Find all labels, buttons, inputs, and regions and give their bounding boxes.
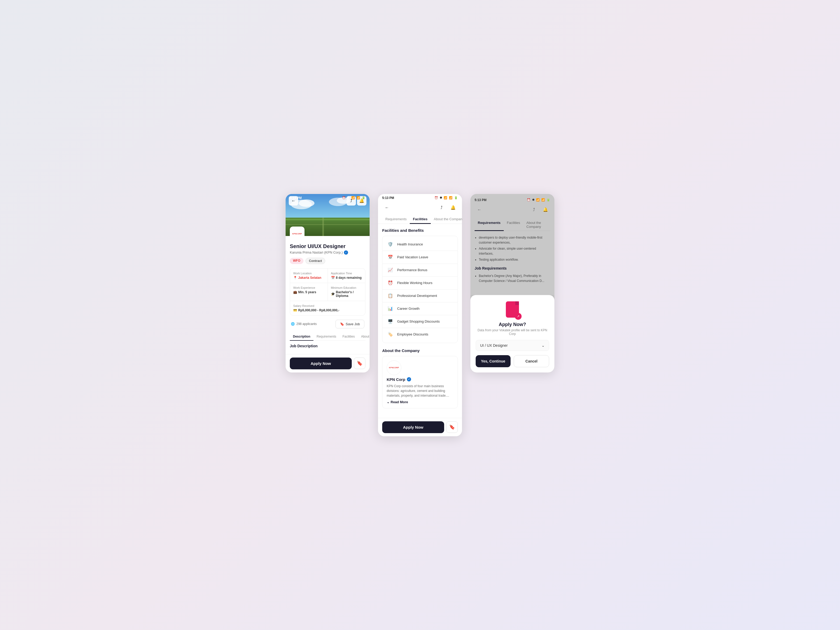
screen1-bookmark-button[interactable]: 🔖 xyxy=(354,357,365,369)
req-item-3: Testing application workflow. xyxy=(479,257,550,262)
screen2-notification-button[interactable]: 🔔 xyxy=(448,203,458,212)
svg-rect-7 xyxy=(322,218,324,236)
bluetooth-icon2: ✱ xyxy=(440,196,442,199)
bonus-icon: 📈 xyxy=(387,267,394,274)
tab-facilities[interactable]: Facilities xyxy=(339,333,358,341)
calendar-icon: 📅 xyxy=(331,276,335,279)
description-tabs: Description Requirements Facilities Abou… xyxy=(290,333,365,341)
screen3-notification-button[interactable]: 🔔 xyxy=(541,205,550,215)
screen2-tabs: Requirements Facilities About the Compan… xyxy=(378,215,462,224)
wifi-icon3: 📶 xyxy=(536,198,540,202)
bluetooth-icon: ✱ xyxy=(347,196,350,199)
employee-discount-label: Employee Discounts xyxy=(397,332,428,336)
screen2-bookmark-button[interactable]: 🔖 xyxy=(446,421,458,433)
modal-actions: Yes, Continue Cancel xyxy=(476,355,549,367)
screen3-back-button[interactable]: ← xyxy=(475,205,484,215)
signal-icon2: 📶 xyxy=(449,196,453,199)
chevron-down-dropdown-icon: ⌄ xyxy=(542,343,545,347)
job-req-title: Job Requirements xyxy=(475,265,550,271)
modal-document-icon: ↗ xyxy=(476,302,549,319)
continue-button[interactable]: Yes, Continue xyxy=(476,355,510,367)
screens-container: 5:13 PM ⏰ ✱ 📶 📶 🔋 xyxy=(286,194,554,436)
work-experience-cell: Work Experience 💼 Min. 5 years xyxy=(290,283,328,301)
modal-subtitle: Data from your Vokatek profile will be s… xyxy=(476,328,549,336)
tags-row: WFO Contract xyxy=(290,258,365,264)
company-verified-icon: ✓ xyxy=(407,377,411,381)
screen2-time: 5:13 PM xyxy=(382,196,394,200)
wifi-icon: 📶 xyxy=(351,196,355,199)
benefit-paid-vacation: 📅 Paid Vacation Leave xyxy=(382,251,458,264)
modal-title: Apply Now? xyxy=(476,322,549,327)
tab-requirements[interactable]: Requirements xyxy=(313,333,339,341)
dev-label: Professional Development xyxy=(397,294,437,298)
position-dropdown[interactable]: UI / UX Designer ⌄ xyxy=(476,340,549,351)
benefit-health-insurance: 🛡️ Health Insurance xyxy=(382,238,458,251)
benefits-card: 🛡️ Health Insurance 📅 Paid Vacation Leav… xyxy=(382,236,458,343)
verified-icon: ✓ xyxy=(344,250,348,255)
req-item-2: Advocate for clean, simple user-centered… xyxy=(479,246,550,256)
screen3-upper: 5:13 PM ⏰ ✱ 📶 📶 🔋 ← ⤴ 🔔 Requir xyxy=(471,194,554,295)
screen3-tabs: Requirements Facilities About the Compan… xyxy=(475,219,550,231)
tab-requirements-s2[interactable]: Requirements xyxy=(382,215,410,224)
globe-icon: 🌐 xyxy=(291,322,295,326)
health-icon: 🛡️ xyxy=(387,241,394,248)
signal-icon: 📶 xyxy=(357,196,360,199)
vacation-label: Paid Vacation Leave xyxy=(397,255,428,259)
salary-value: 💳 Rp5,000,000 - Rp8,000,000,- xyxy=(293,308,362,312)
document-icon-wrapper: ↗ xyxy=(506,302,519,317)
tab-facilities-s3[interactable]: Facilities xyxy=(504,219,523,231)
tab-facilities-s2[interactable]: Facilities xyxy=(410,215,431,224)
screen1-status-bar: 5:13 PM ⏰ ✱ 📶 📶 🔋 xyxy=(286,194,369,201)
company-logo-badge: KPNCORP xyxy=(290,227,305,236)
screen1-apply-button[interactable]: Apply Now xyxy=(290,357,352,369)
tab-description[interactable]: Description xyxy=(290,333,313,341)
screen2-phone: 5:13 PM ⏰ ✱ 📶 📶 🔋 ← ⤴ 🔔 Requirements Fac… xyxy=(378,194,462,436)
employee-discount-icon: 🏷️ xyxy=(387,331,394,338)
apply-modal: ↗ Apply Now? Data from your Vokatek prof… xyxy=(471,295,554,373)
health-label: Health Insurance xyxy=(397,242,423,246)
work-location-label: Work Location xyxy=(293,272,324,275)
screen1-time: 5:13 PM xyxy=(290,196,302,200)
chevron-down-icon: ⌄ xyxy=(387,400,390,404)
screen2-apply-button[interactable]: Apply Now xyxy=(382,421,444,433)
benefit-performance-bonus: 📈 Performance Bonus xyxy=(382,264,458,276)
screen3-header-icons: ⤴ 🔔 xyxy=(529,205,550,215)
screen3-share-button[interactable]: ⤴ xyxy=(529,205,538,215)
application-time-value: 📅 8 days remaining xyxy=(331,276,362,279)
briefcase-icon: 💼 xyxy=(293,291,297,294)
tab-about-company-s3[interactable]: About the Company xyxy=(523,219,550,231)
screen2-back-button[interactable]: ← xyxy=(382,203,392,212)
gadget-icon: 🖥️ xyxy=(387,318,394,325)
save-job-button[interactable]: 🔖 Save Job xyxy=(335,320,364,328)
battery-icon3: 🔋 xyxy=(546,198,550,202)
alarm-icon: ⏰ xyxy=(342,196,346,199)
position-dropdown-value: UI / UX Designer xyxy=(480,343,508,347)
tab-about-company-s2[interactable]: About the Company xyxy=(431,215,462,224)
screen3-time: 5:13 PM xyxy=(475,198,486,202)
application-time-cell: Application Time 📅 8 days remaining xyxy=(328,268,365,283)
read-more-button[interactable]: ⌄ Read More xyxy=(387,400,453,404)
screen1-status-icons: ⏰ ✱ 📶 📶 🔋 xyxy=(342,196,365,199)
benefit-employee-discounts: 🏷️ Employee Discounts xyxy=(382,328,458,341)
tab-about[interactable]: About xyxy=(358,333,369,341)
company-logo-circle: KPNCORP xyxy=(387,360,401,375)
about-company-title: About the Company xyxy=(382,348,458,353)
wfo-tag: WFO xyxy=(290,258,303,264)
tab-requirements-s3[interactable]: Requirements xyxy=(475,219,504,231)
company-name-row-s2: KPN Corp ✓ xyxy=(387,377,453,382)
alarm-icon2: ⏰ xyxy=(434,196,438,199)
flexible-label: Flexible Working Hours xyxy=(397,281,432,285)
job-description-label: Job Description xyxy=(290,344,365,348)
bluetooth-icon3: ✱ xyxy=(532,198,534,202)
applicants-row: 🌐 298 applicants 🔖 Save Job xyxy=(290,320,365,328)
cancel-button[interactable]: Cancel xyxy=(514,355,549,367)
work-location-cell: Work Location 📍 Jakarta Selatan xyxy=(290,268,328,283)
work-location-value: 📍 Jakarta Selatan xyxy=(293,276,324,279)
company-description: KPN Corp consists of four main business … xyxy=(387,384,453,398)
company-name-row: Karunia Prima Nastari (KPN Corp.) ✓ xyxy=(290,250,365,255)
screen3-phone: 5:13 PM ⏰ ✱ 📶 📶 🔋 ← ⤴ 🔔 Requir xyxy=(471,194,554,373)
application-time-label: Application Time xyxy=(331,272,362,275)
screen2-share-button[interactable]: ⤴ xyxy=(437,203,446,212)
vacation-icon: 📅 xyxy=(387,254,394,261)
job-title: Senior UI/UX Designer xyxy=(290,243,365,249)
